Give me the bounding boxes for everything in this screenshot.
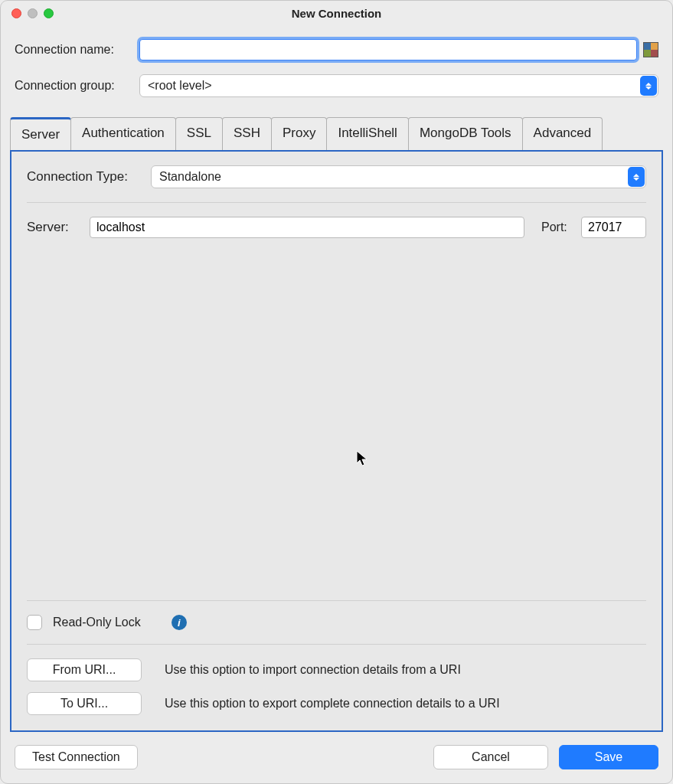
connection-type-label: Connection Type: [27, 169, 142, 185]
chevron-up-down-icon [628, 167, 645, 187]
color-picker-icon[interactable] [643, 42, 658, 57]
tab-proxy[interactable]: Proxy [271, 117, 327, 150]
titlebar: New Connection [1, 1, 672, 25]
tabbar: Server Authentication SSL SSH Proxy Inte… [10, 117, 663, 150]
dialog-footer: Test Connection Cancel Save [15, 745, 658, 769]
chevron-up-down-icon [640, 76, 657, 96]
connection-name-label: Connection name: [15, 43, 133, 57]
from-uri-button[interactable]: From URI... [27, 658, 142, 681]
from-uri-desc: Use this option to import connection det… [165, 663, 461, 677]
connection-group-select[interactable]: <root level> [139, 74, 658, 97]
read-only-label: Read-Only Lock [53, 616, 141, 629]
server-label: Server: [27, 220, 80, 235]
connection-name-input[interactable] [139, 39, 637, 60]
read-only-checkbox[interactable] [27, 615, 42, 630]
connection-type-select[interactable]: Standalone [151, 165, 646, 188]
divider [27, 644, 646, 645]
connection-group-label: Connection group: [15, 79, 133, 93]
cursor-icon [356, 450, 368, 472]
window-title: New Connection [1, 7, 672, 20]
tab-panel-server: Connection Type: Standalone Server: Port… [10, 150, 663, 732]
save-button[interactable]: Save [559, 745, 658, 769]
server-input[interactable] [90, 217, 524, 238]
cancel-button[interactable]: Cancel [433, 745, 548, 769]
to-uri-desc: Use this option to export complete conne… [165, 697, 500, 710]
connection-type-value: Standalone [151, 165, 646, 188]
tab-mongodb-tools[interactable]: MongoDB Tools [408, 117, 523, 150]
connection-group-value: <root level> [139, 74, 658, 97]
tab-ssl[interactable]: SSL [175, 117, 223, 150]
port-input[interactable] [581, 217, 646, 238]
tab-ssh[interactable]: SSH [222, 117, 272, 150]
tab-authentication[interactable]: Authentication [70, 117, 176, 150]
test-connection-button[interactable]: Test Connection [15, 745, 138, 769]
tab-server[interactable]: Server [10, 117, 71, 150]
header-form: Connection name: Connection group: <root… [1, 25, 672, 117]
port-label: Port: [541, 220, 572, 234]
info-icon[interactable]: i [172, 615, 187, 630]
divider [27, 600, 646, 601]
tab-advanced[interactable]: Advanced [522, 117, 603, 150]
divider [27, 202, 646, 203]
to-uri-button[interactable]: To URI... [27, 692, 142, 715]
tab-intellishell[interactable]: IntelliShell [326, 117, 409, 150]
